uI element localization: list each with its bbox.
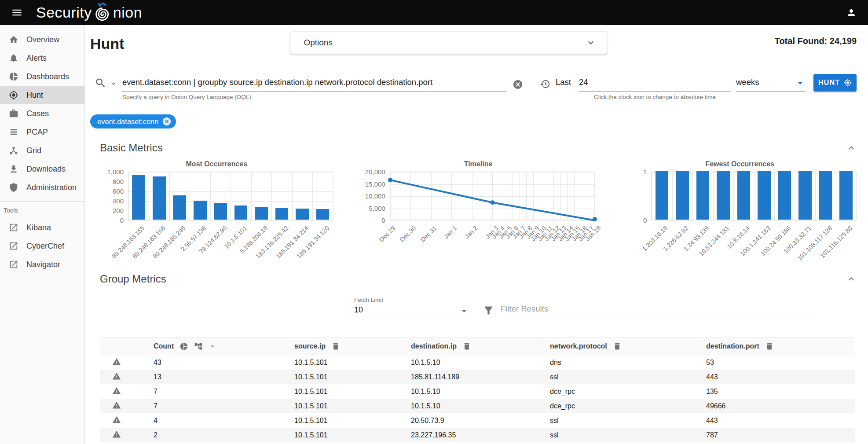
query-history-chevron-icon[interactable] bbox=[109, 79, 118, 88]
bar[interactable] bbox=[778, 171, 791, 220]
sidebar-item-kibana[interactable]: Kibana bbox=[0, 218, 84, 237]
bar[interactable] bbox=[656, 171, 669, 220]
onion-logo-icon bbox=[93, 2, 112, 24]
table-row[interactable]: 1310.1.5.101185.81.114.189ssl443 bbox=[100, 370, 855, 384]
filter-results-input[interactable] bbox=[501, 304, 817, 316]
fetch-limit-select[interactable]: 10 bbox=[354, 304, 469, 318]
menu-button[interactable] bbox=[8, 4, 26, 22]
search-icon[interactable] bbox=[95, 77, 106, 89]
crosshair-icon bbox=[9, 90, 18, 100]
warning-icon[interactable] bbox=[112, 415, 121, 424]
table-cell: 2 bbox=[154, 431, 294, 439]
bar[interactable] bbox=[296, 209, 309, 220]
bar[interactable] bbox=[214, 203, 227, 220]
table-cell: 10.1.5.10 bbox=[411, 402, 550, 410]
bar[interactable] bbox=[839, 171, 853, 220]
hunt-button[interactable]: HUNT bbox=[813, 74, 857, 92]
plot-area bbox=[651, 172, 857, 220]
sidebar-item-pcap[interactable]: PCAP bbox=[0, 123, 84, 141]
shield-icon bbox=[9, 183, 18, 192]
sidebar-item-cyberchef[interactable]: CyberChef bbox=[0, 237, 84, 255]
column-header-destination-ip[interactable]: destination.ip bbox=[411, 342, 550, 351]
row-actions-cell bbox=[100, 415, 154, 426]
warning-icon[interactable] bbox=[112, 430, 121, 439]
total-found: Total Found: 24,199 bbox=[775, 36, 857, 46]
chevron-down-icon bbox=[586, 37, 596, 48]
column-label: destination.ip bbox=[411, 342, 457, 350]
filter-chip[interactable]: event.dataset:conn bbox=[90, 114, 176, 128]
column-label: Count bbox=[154, 342, 174, 350]
table-row[interactable]: 210.1.5.10110.1.5.10krb,dce_rpc,gssapi,s… bbox=[100, 442, 855, 444]
column-header-destination-port[interactable]: destination.port bbox=[706, 342, 855, 351]
delete-column-icon[interactable] bbox=[462, 342, 471, 351]
query-input[interactable] bbox=[122, 77, 506, 90]
delete-column-icon[interactable] bbox=[331, 342, 340, 351]
sidebar-item-alerts[interactable]: Alerts bbox=[0, 49, 84, 67]
bar[interactable] bbox=[737, 171, 751, 220]
time-units-select[interactable]: weeks bbox=[736, 76, 806, 92]
bar[interactable] bbox=[255, 207, 268, 220]
sidebar-item-dashboards[interactable]: Dashboards bbox=[0, 67, 84, 86]
column-header-source-ip[interactable]: source.ip bbox=[294, 342, 411, 351]
clear-query-button[interactable] bbox=[513, 79, 523, 90]
group-tree-icon[interactable] bbox=[194, 342, 203, 351]
bar[interactable] bbox=[234, 205, 248, 220]
bar[interactable] bbox=[316, 209, 330, 220]
warning-icon[interactable] bbox=[112, 357, 121, 366]
bar[interactable] bbox=[275, 208, 289, 220]
bar[interactable] bbox=[153, 176, 166, 220]
column-header-network-protocol[interactable]: network.protocol bbox=[550, 342, 706, 351]
pie-chart-toggle-icon[interactable] bbox=[179, 342, 188, 351]
warning-icon[interactable] bbox=[112, 386, 121, 395]
collapse-group-metrics-button[interactable] bbox=[846, 274, 857, 284]
sidebar-item-downloads[interactable]: Downloads bbox=[0, 160, 84, 178]
y-axis: 20,00015,00010,0005,0000 bbox=[362, 172, 390, 260]
basic-metrics-header: Basic Metrics bbox=[90, 142, 857, 154]
bar[interactable] bbox=[717, 171, 730, 220]
bar[interactable] bbox=[676, 171, 689, 220]
caret-down-icon[interactable] bbox=[209, 342, 216, 350]
row-actions-cell bbox=[100, 372, 154, 382]
sidebar-item-navigator[interactable]: Navigator bbox=[0, 255, 84, 274]
absolute-time-toggle-button[interactable] bbox=[540, 79, 550, 89]
warning-icon[interactable] bbox=[112, 401, 121, 410]
relative-time-value-input[interactable] bbox=[579, 77, 731, 90]
bar[interactable] bbox=[798, 171, 812, 220]
warning-icon[interactable] bbox=[112, 372, 121, 381]
options-label: Options bbox=[304, 38, 332, 48]
options-expander[interactable]: Options bbox=[290, 32, 607, 54]
table-cell: dce_rpc bbox=[550, 402, 706, 410]
sidebar-item-hunt[interactable]: Hunt bbox=[0, 86, 84, 104]
sidebar-item-overview[interactable]: Overview bbox=[0, 30, 84, 49]
timeline-chart: Timeline20,00015,00010,0005,0000Dec 29De… bbox=[362, 160, 595, 260]
hunt-button-label: HUNT bbox=[818, 79, 840, 87]
bar[interactable] bbox=[194, 201, 207, 220]
sidebar-item-administration[interactable]: Administration bbox=[0, 178, 84, 197]
delete-column-icon[interactable] bbox=[765, 342, 774, 351]
column-header-count[interactable]: Count bbox=[154, 342, 294, 351]
remove-filter-icon[interactable] bbox=[162, 117, 172, 126]
bar[interactable] bbox=[132, 175, 145, 220]
bar[interactable] bbox=[819, 171, 832, 220]
collapse-basic-metrics-button[interactable] bbox=[846, 143, 857, 153]
open-in-new-icon bbox=[9, 241, 18, 251]
table-row[interactable]: 710.1.5.10110.1.5.10dce_rpc135 bbox=[100, 384, 855, 399]
table-row[interactable]: 710.1.5.10110.1.5.10dce_rpc49666 bbox=[100, 399, 855, 413]
bar[interactable] bbox=[696, 171, 710, 220]
pie-chart-icon bbox=[9, 72, 18, 81]
caret-down-icon bbox=[459, 306, 469, 316]
table-cell: ssl bbox=[550, 431, 706, 439]
delete-column-icon[interactable] bbox=[613, 342, 622, 351]
fetch-limit-field: Fetch Limit 10 bbox=[354, 297, 469, 318]
table-row[interactable]: 410.1.5.10120.50.73.9ssl443 bbox=[100, 413, 855, 428]
table-row[interactable]: 4310.1.5.10110.1.5.10dns53 bbox=[100, 355, 855, 370]
bar[interactable] bbox=[758, 171, 771, 220]
top-app-bar: Security nion bbox=[0, 0, 868, 25]
bar[interactable] bbox=[173, 195, 186, 220]
total-found-label: Total Found: bbox=[775, 36, 828, 46]
user-menu-button[interactable] bbox=[842, 4, 860, 22]
sidebar-item-cases[interactable]: Cases bbox=[0, 104, 84, 123]
table-cell: 13 bbox=[154, 373, 294, 381]
table-row[interactable]: 210.1.5.10123.227.196.35ssl787 bbox=[100, 428, 855, 442]
sidebar-item-grid[interactable]: Grid bbox=[0, 141, 84, 160]
